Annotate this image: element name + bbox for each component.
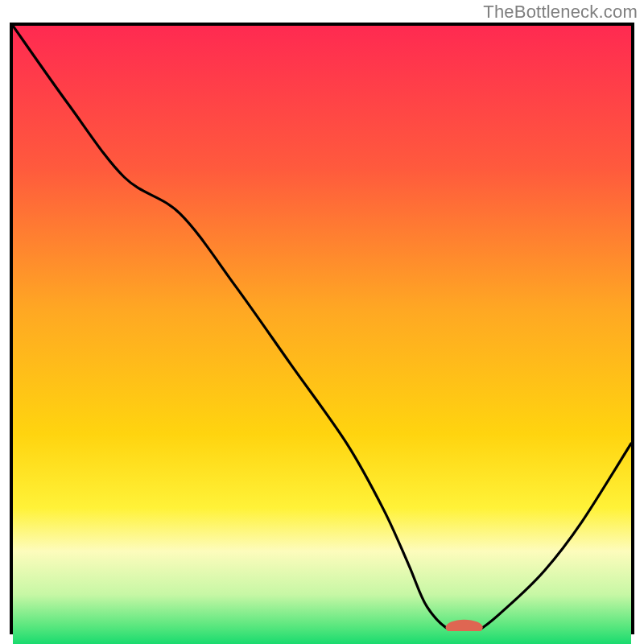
watermark-text: TheBottleneck.com [483, 2, 638, 23]
bottleneck-curve-path [13, 26, 631, 631]
bottleneck-curve-svg [13, 26, 631, 631]
plot-area [10, 23, 634, 634]
optimal-marker [446, 620, 483, 631]
